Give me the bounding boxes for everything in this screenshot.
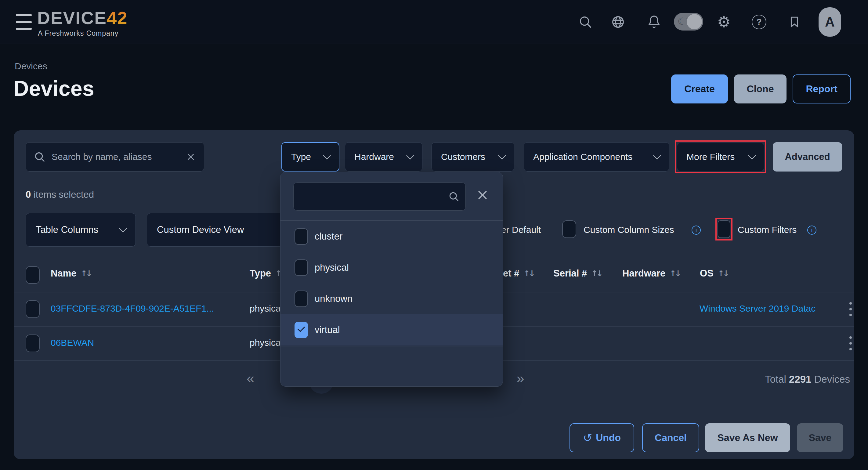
cancel-button[interactable]: Cancel xyxy=(642,423,699,452)
device42-app: DEVICE42 A Freshworks Company ☾ ⚙ ? A De… xyxy=(0,0,868,470)
row-checkbox[interactable] xyxy=(26,335,40,352)
custom-column-sizes-label: Custom Column Sizes xyxy=(584,225,674,235)
column-header-asset[interactable]: et #↑↓ xyxy=(503,268,534,279)
filter-customers-label: Customers xyxy=(441,152,485,162)
hamburger-menu-icon[interactable] xyxy=(16,14,32,30)
custom-device-view-label: Custom Device View xyxy=(157,224,244,235)
items-selected-count: 0 items selected xyxy=(26,189,94,200)
logo-text: DEVICE xyxy=(37,8,107,28)
sort-icon: ↑↓ xyxy=(718,269,728,278)
custom-column-sizes-checkbox[interactable] xyxy=(562,220,576,238)
row-actions-kebab-icon[interactable] xyxy=(844,302,857,316)
theme-toggle[interactable]: ☾ xyxy=(674,13,703,31)
filter-application-components-dropdown[interactable]: Application Components xyxy=(524,142,669,171)
filter-application-components-label: Application Components xyxy=(533,152,632,162)
page-title: Devices xyxy=(13,76,94,101)
option-cluster[interactable]: cluster xyxy=(280,221,503,252)
custom-column-sizes-info-icon[interactable]: i xyxy=(691,225,701,235)
logo-subtitle: A Freshworks Company xyxy=(38,29,118,37)
chevron-down-icon xyxy=(748,152,756,159)
option-checkbox[interactable] xyxy=(294,290,308,307)
globe-icon[interactable] xyxy=(611,14,626,30)
save-as-new-button[interactable]: Save As New xyxy=(705,423,790,452)
more-filters-annotation-box: More Filters xyxy=(675,140,766,174)
bookmark-icon[interactable] xyxy=(787,14,802,30)
column-header-serial[interactable]: Serial #↑↓ xyxy=(553,268,601,279)
total-devices: Total 2291 Devices xyxy=(765,374,850,385)
report-button[interactable]: Report xyxy=(793,74,850,103)
moon-icon: ☾ xyxy=(678,15,686,27)
undo-icon: ↺ xyxy=(583,432,592,444)
device42-logo[interactable]: DEVICE42 xyxy=(37,9,128,27)
dropdown-search-input[interactable] xyxy=(301,191,444,202)
search-icon xyxy=(34,151,45,163)
device-name-link[interactable]: 03FFCDFE-873D-4F09-902E-A51EF1... xyxy=(51,303,214,314)
sort-icon: ↑↓ xyxy=(81,269,91,278)
create-button[interactable]: Create xyxy=(671,74,728,103)
dropdown-search xyxy=(293,183,466,211)
custom-filters-label: Custom Filters xyxy=(738,225,797,235)
avatar[interactable]: A xyxy=(818,7,841,37)
undo-button[interactable]: ↺Undo xyxy=(569,423,634,452)
option-physical[interactable]: physical xyxy=(280,252,503,283)
logo-number: 42 xyxy=(107,8,128,28)
pagination-prev[interactable]: « xyxy=(247,370,254,386)
device-search xyxy=(26,142,204,171)
filter-more-filters-dropdown[interactable]: More Filters xyxy=(677,143,764,171)
column-header-hardware[interactable]: Hardware↑↓ xyxy=(622,268,680,279)
sort-icon: ↑↓ xyxy=(591,269,601,278)
option-checkbox[interactable] xyxy=(294,322,308,338)
device-name-link[interactable]: 06BEWAN xyxy=(51,338,94,348)
dropdown-close-icon[interactable] xyxy=(474,186,491,203)
more-filters-label: More Filters xyxy=(686,152,735,162)
chevron-down-icon xyxy=(119,225,127,232)
option-label: physical xyxy=(315,262,349,273)
device-type-cell: physical xyxy=(250,338,283,348)
sort-icon: ↑↓ xyxy=(523,269,534,278)
filter-hardware-dropdown[interactable]: Hardware xyxy=(345,142,423,171)
type-filter-dropdown-panel: cluster physical unknown virtual Cancel … xyxy=(280,172,503,387)
select-all-checkbox[interactable] xyxy=(26,266,40,284)
row-checkbox[interactable] xyxy=(26,300,40,318)
save-button[interactable]: Save xyxy=(797,423,843,452)
chevron-down-icon xyxy=(323,152,331,159)
custom-filters-annotation-box xyxy=(715,218,733,241)
divider xyxy=(280,346,503,346)
chevron-down-icon xyxy=(406,152,414,159)
table-columns-label: Table Columns xyxy=(36,224,98,235)
option-label: cluster xyxy=(315,231,342,242)
search-input[interactable] xyxy=(51,151,186,162)
toggle-knob xyxy=(687,14,702,29)
option-virtual[interactable]: virtual xyxy=(280,314,503,345)
clear-search-icon[interactable] xyxy=(186,152,195,161)
sort-icon: ↑↓ xyxy=(670,269,680,278)
bell-icon[interactable] xyxy=(646,14,662,30)
chevron-down-icon xyxy=(498,152,506,159)
option-label: virtual xyxy=(315,324,340,336)
row-actions-kebab-icon[interactable] xyxy=(844,336,857,350)
device-os-link[interactable]: Windows Server 2019 Datac xyxy=(700,303,822,314)
option-checkbox[interactable] xyxy=(294,228,308,245)
filter-customers-dropdown[interactable]: Customers xyxy=(432,142,514,171)
user-default-label: er Default xyxy=(501,225,541,235)
search-icon[interactable] xyxy=(578,14,593,30)
clone-button[interactable]: Clone xyxy=(734,74,786,103)
breadcrumb[interactable]: Devices xyxy=(14,61,47,71)
filter-hardware-label: Hardware xyxy=(354,152,394,162)
filter-type-label: Type xyxy=(291,152,311,162)
option-checkbox[interactable] xyxy=(294,259,308,276)
gear-icon[interactable]: ⚙ xyxy=(716,14,732,30)
filter-type-dropdown[interactable]: Type xyxy=(281,142,339,171)
top-navbar: DEVICE42 A Freshworks Company ☾ ⚙ ? A xyxy=(0,0,868,44)
advanced-button[interactable]: Advanced xyxy=(773,142,842,171)
device-type-cell: physical xyxy=(250,303,283,314)
option-unknown[interactable]: unknown xyxy=(280,283,503,314)
custom-filters-info-icon[interactable]: i xyxy=(807,225,816,235)
table-columns-dropdown[interactable]: Table Columns xyxy=(26,213,136,247)
column-header-os[interactable]: OS↑↓ xyxy=(700,268,728,279)
help-icon[interactable]: ? xyxy=(751,14,767,30)
chevron-down-icon xyxy=(653,152,661,159)
column-header-name[interactable]: Name↑↓ xyxy=(51,268,91,279)
pagination-next[interactable]: » xyxy=(517,370,524,386)
custom-filters-checkbox[interactable] xyxy=(717,220,730,238)
